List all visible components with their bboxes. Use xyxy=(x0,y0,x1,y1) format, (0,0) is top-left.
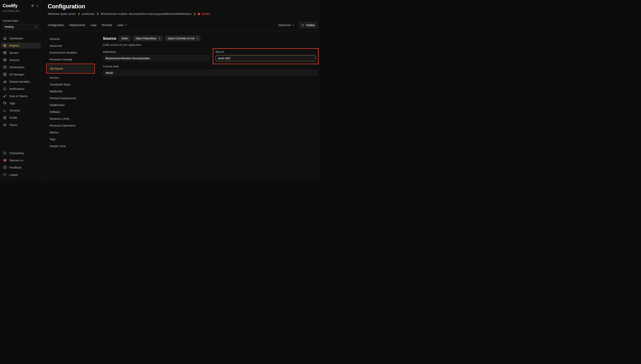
subnav-item-resource-limits[interactable]: Resource Limits xyxy=(48,115,103,122)
team-icon xyxy=(3,123,7,127)
theme-sun-icon[interactable] xyxy=(31,4,34,8)
subnav-item-preview-deployments[interactable]: Preview Deployments xyxy=(48,95,103,102)
user-circle-icon xyxy=(3,116,7,120)
breadcrumb-environment[interactable]: production xyxy=(82,12,95,16)
tab-links[interactable]: Links xyxy=(117,24,127,26)
subnav-item-rollback[interactable]: Rollback xyxy=(48,108,103,115)
open-repository-button[interactable]: Open Repository ↗ xyxy=(133,36,163,41)
subnav-label: Tags xyxy=(50,138,56,141)
chevron-right-icon: ❯ xyxy=(194,12,195,15)
heart-icon xyxy=(3,158,7,162)
sidebar-item-keys-tokens[interactable]: Keys & Tokens xyxy=(1,93,41,99)
subnav-item-danger-zone[interactable]: Danger Zone xyxy=(48,143,103,150)
tabs-bar: Configuration Deployments Logs Terminal … xyxy=(48,22,317,31)
tab-label: Configuration xyxy=(48,24,64,26)
logout-icon xyxy=(3,173,7,177)
subnav-item-tags[interactable]: Tags xyxy=(48,136,103,143)
advanced-toggle[interactable]: Advanced xyxy=(278,24,294,26)
sidebar-item-shared-variables[interactable]: (x) Shared Variables xyxy=(1,79,41,84)
sidebar-item-teams[interactable]: Teams xyxy=(1,122,41,128)
sidebar-item-dashboard[interactable]: Dashboard xyxy=(1,35,41,41)
subnav-item-servers[interactable]: Servers xyxy=(48,74,103,81)
team-select[interactable]: Hosting xyxy=(2,24,39,30)
sidebar-item-notifications[interactable]: Notifications xyxy=(1,86,41,92)
subnav-label: Rollback xyxy=(50,110,60,114)
save-label: Save xyxy=(122,37,128,40)
repository-label: Repository xyxy=(103,50,210,54)
tab-terminal[interactable]: Terminal xyxy=(102,24,112,26)
bell-icon xyxy=(3,87,7,91)
sidebar-item-terminal[interactable]: Terminal xyxy=(1,108,41,114)
tab-logs[interactable]: Logs xyxy=(91,24,96,26)
sidebar-item-destinations[interactable]: Destinations xyxy=(1,64,41,70)
subnav-item-environment-variables[interactable]: Environment Variables xyxy=(48,49,103,56)
subnav-item-persistent-storage[interactable]: Persistent Storage xyxy=(48,56,103,63)
subnav-item-webhooks[interactable]: Webhooks xyxy=(48,88,103,95)
subnav-item-resource-operations[interactable]: Resource Operations xyxy=(48,122,103,129)
app-version: v4.0.0-beta.399 xyxy=(0,10,42,12)
home-icon xyxy=(3,36,7,40)
sidebar-item-servers[interactable]: Servers xyxy=(1,50,41,56)
tab-deployments[interactable]: Deployments xyxy=(69,24,85,26)
terminal-icon xyxy=(3,108,7,112)
external-link-icon: ↗ xyxy=(158,37,160,40)
sidebar-item-projects[interactable]: Projects xyxy=(1,42,41,48)
save-button[interactable]: Save xyxy=(119,36,130,41)
sidebar-item-label: Sources xyxy=(9,58,20,62)
theme-selector-icon[interactable] xyxy=(36,4,39,7)
sidebar-item-sponsor-us[interactable]: Sponsor us xyxy=(1,157,41,163)
text-cursor xyxy=(230,56,230,60)
commit-sha-input[interactable]: HEAD xyxy=(103,70,317,76)
breadcrumb: illicitonion quote server ❯ production ❯… xyxy=(48,12,317,16)
subnav-label: Resource Operations xyxy=(50,124,76,127)
page-title: Configuration xyxy=(48,3,317,10)
subnav-item-scheduled-tasks[interactable]: Scheduled Tasks xyxy=(48,81,103,88)
sidebar-item-logout[interactable]: Logout xyxy=(1,172,41,178)
tags-icon xyxy=(3,101,7,105)
open-commits-button[interactable]: Open Commits on Git ↗ xyxy=(165,36,201,41)
repository-input[interactable]: illicitestonion/Module-Decomposition xyxy=(103,55,210,61)
chevron-right-icon: ❯ xyxy=(78,12,80,15)
tab-configuration[interactable]: Configuration xyxy=(48,24,64,26)
settings-subnav: General Advanced Environment Variables P… xyxy=(48,36,103,150)
subnav-label: Scheduled Tasks xyxy=(50,83,70,86)
breadcrumb-project[interactable]: illicitonion quote server xyxy=(48,12,76,16)
database-icon xyxy=(3,72,7,76)
breadcrumb-application[interactable]: illicitestonion/-module--decomposition:m… xyxy=(101,12,191,16)
subnav-label: Resource Limits xyxy=(50,117,69,120)
subnav-item-healthcheck[interactable]: Healthcheck xyxy=(48,102,103,108)
annotation-box-git-source: Git Source xyxy=(46,64,95,74)
branch-value: level-100 xyxy=(218,57,229,60)
subnav-label: Persistent Storage xyxy=(50,58,72,61)
source-heading: Source xyxy=(103,36,116,41)
subnav-label: Healthcheck xyxy=(50,104,65,106)
sidebar-item-label: Projects xyxy=(9,44,19,47)
sidebar-item-label: Dashboard xyxy=(9,37,23,40)
sidebar-item-label: Profile xyxy=(9,116,17,119)
subnav-item-general[interactable]: General xyxy=(48,36,103,42)
sidebar-item-tags[interactable]: Tags xyxy=(1,100,41,106)
sidebar-item-label: Keys & Tokens xyxy=(9,94,28,98)
subnav-item-advanced[interactable]: Advanced xyxy=(48,42,103,49)
source-description: Code source of your application. xyxy=(103,43,317,46)
subnav-item-metrics[interactable]: Metrics xyxy=(48,129,103,136)
repository-field-group: Repository illicitestonion/Module-Decomp… xyxy=(103,50,210,64)
subnav-item-git-source[interactable]: Git Source xyxy=(48,65,93,72)
sidebar-item-label: Onboarding xyxy=(9,152,24,155)
sidebar-item-feedback[interactable]: Feedback xyxy=(1,164,41,170)
sidebar-item-profile[interactable]: Profile xyxy=(1,115,41,121)
help-circle-icon xyxy=(3,166,7,170)
sidebar-item-sources[interactable]: Sources xyxy=(1,57,41,63)
subnav-label: Servers xyxy=(50,76,59,79)
subnav-label: General xyxy=(50,38,60,40)
tab-label: Deployments xyxy=(69,24,85,26)
annotation-box-branch: Branch level-100 xyxy=(213,48,319,64)
status-badge: Exited xyxy=(198,12,210,16)
branch-label: Branch xyxy=(216,50,316,54)
deploy-button[interactable]: Deploy xyxy=(299,22,317,28)
sidebar-item-onboarding[interactable]: Onboarding xyxy=(1,150,41,156)
open-repository-label: Open Repository xyxy=(136,37,156,40)
sidebar-item-s3-storages[interactable]: S3 Storages xyxy=(1,72,41,77)
app-logo[interactable]: Coolify xyxy=(3,3,18,8)
branch-input[interactable]: level-100 xyxy=(216,55,316,61)
